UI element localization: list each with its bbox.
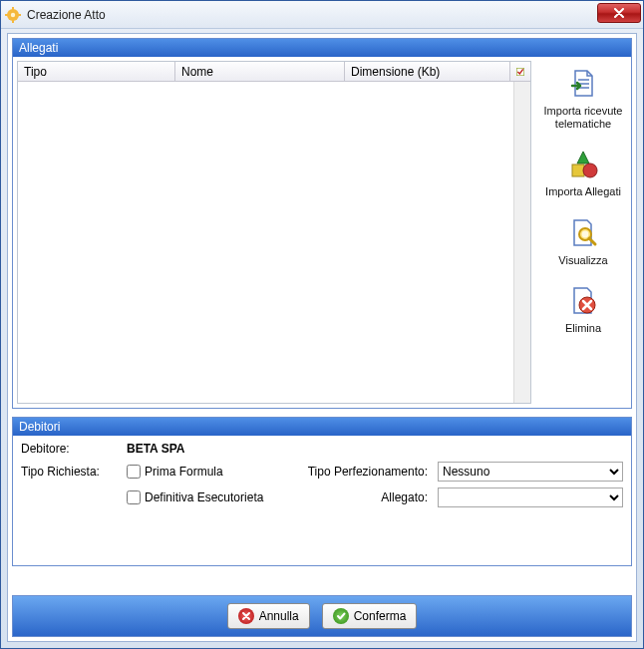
- window-title: Creazione Atto: [27, 8, 106, 22]
- conferma-label: Conferma: [354, 609, 407, 623]
- vertical-scrollbar[interactable]: [513, 82, 530, 403]
- close-button[interactable]: [597, 3, 641, 23]
- column-header-dimensione[interactable]: Dimensione (Kb): [345, 62, 510, 81]
- prima-formula-field: Prima Formula: [127, 465, 286, 479]
- svg-marker-7: [577, 152, 589, 163]
- app-icon: [5, 7, 21, 23]
- checkbox-header-icon: [516, 66, 524, 78]
- svg-rect-8: [572, 164, 584, 176]
- svg-point-1: [11, 12, 15, 16]
- allegati-table: Tipo Nome Dimensione (Kb): [17, 61, 531, 404]
- titlebar: Creazione Atto: [1, 1, 643, 29]
- allegato-select[interactable]: [438, 487, 623, 507]
- debitori-header: Debitori: [13, 418, 631, 436]
- tipo-perfezionamento-select[interactable]: Nessuno: [438, 462, 623, 482]
- footer-bar: Annulla Conferma: [12, 595, 632, 637]
- column-header-tipo[interactable]: Tipo: [18, 62, 175, 81]
- debitore-value: BETA SPA: [127, 442, 623, 456]
- importa-allegati-label: Importa Allegati: [545, 185, 621, 198]
- importa-ricevute-button[interactable]: Importa ricevute telematiche: [538, 63, 628, 134]
- shapes-icon: [565, 147, 601, 182]
- elimina-button[interactable]: Elimina: [538, 280, 628, 338]
- allegati-body: Tipo Nome Dimensione (Kb): [13, 57, 631, 408]
- close-icon: [613, 8, 625, 18]
- debitori-panel: Debitori Debitore: BETA SPA Tipo Richies…: [12, 417, 632, 566]
- delete-document-icon: [565, 283, 601, 319]
- debitori-body: Debitore: BETA SPA Tipo Richiesta: Prima…: [13, 436, 631, 517]
- document-import-icon: [565, 66, 601, 102]
- table-rows-empty: [18, 82, 530, 403]
- svg-point-9: [583, 163, 597, 177]
- definitiva-label: Definitiva Esecutorieta: [145, 490, 263, 504]
- definitiva-checkbox[interactable]: [127, 490, 141, 504]
- content-area: Allegati Tipo Nome Dimensione (Kb): [7, 33, 637, 642]
- prima-formula-checkbox[interactable]: [127, 465, 141, 479]
- prima-formula-label: Prima Formula: [145, 465, 223, 479]
- magnify-document-icon: [565, 215, 601, 251]
- tipo-richiesta-label: Tipo Richiesta:: [21, 465, 121, 479]
- annulla-label: Annulla: [259, 609, 299, 623]
- elimina-label: Elimina: [565, 322, 601, 335]
- visualizza-label: Visualizza: [558, 254, 607, 267]
- debitore-label: Debitore:: [21, 442, 121, 456]
- table-header-row: Tipo Nome Dimensione (Kb): [18, 62, 530, 82]
- definitiva-field: Definitiva Esecutorieta: [127, 490, 286, 504]
- window: Creazione Atto Allegati Tipo Nome Dimens…: [0, 0, 644, 649]
- tipo-perfezionamento-label: Tipo Perfezionamento:: [292, 465, 432, 479]
- conferma-button[interactable]: Conferma: [322, 603, 418, 629]
- allegato-label: Allegato:: [292, 490, 432, 504]
- visualizza-button[interactable]: Visualizza: [538, 212, 628, 270]
- confirm-icon: [333, 608, 349, 624]
- allegati-actions: Importa ricevute telematiche Importa All…: [535, 57, 631, 408]
- column-header-check[interactable]: [510, 62, 530, 81]
- column-header-nome[interactable]: Nome: [175, 62, 345, 81]
- allegati-header: Allegati: [13, 39, 631, 57]
- svg-point-11: [582, 230, 589, 237]
- importa-ricevute-label: Importa ricevute telematiche: [541, 105, 625, 131]
- spacer: [12, 574, 632, 587]
- allegati-panel: Allegati Tipo Nome Dimensione (Kb): [12, 38, 632, 409]
- cancel-icon: [238, 608, 254, 624]
- importa-allegati-button[interactable]: Importa Allegati: [538, 144, 628, 201]
- annulla-button[interactable]: Annulla: [227, 603, 310, 629]
